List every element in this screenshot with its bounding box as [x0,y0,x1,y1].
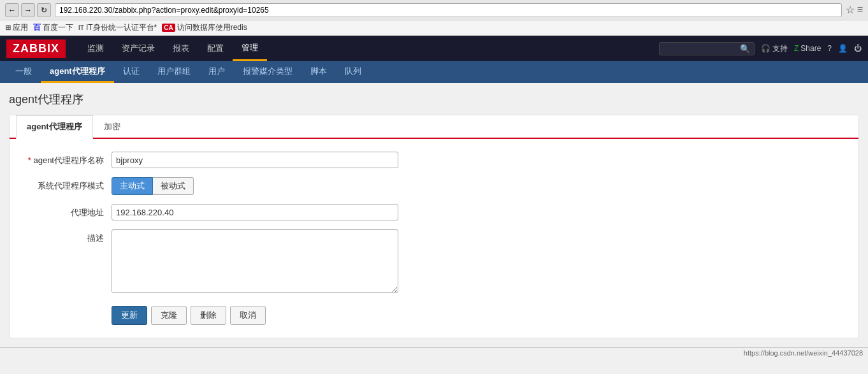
share-label: Share [800,44,821,53]
mode-toggle: 主动式 被动式 [112,177,194,195]
share-icon: Z [794,44,799,53]
support-label: 支持 [772,43,788,54]
bookmark-apps-label: 应用 [13,22,28,33]
name-input[interactable] [112,152,398,168]
apps-icon: ⊞ [5,24,11,32]
nav-assets[interactable]: 资产记录 [113,36,164,61]
search-box[interactable]: 🔍 [659,42,755,55]
nav-config[interactable]: 配置 [198,36,233,61]
page-title: agent代理程序 [9,92,859,107]
browser-actions: ☆ ≡ [846,4,863,16]
nav-admin[interactable]: 管理 [233,36,267,61]
zabbix-header: ZABBIX 监测 资产记录 报表 配置 管理 🔍 🎧 支持 Z Share ?… [0,36,868,61]
clone-button[interactable]: 克隆 [151,306,187,325]
cancel-button[interactable]: 取消 [230,306,266,325]
name-row: agent代理程序名称 [22,152,846,168]
search-input[interactable] [663,44,740,53]
status-text: https://blog.csdn.net/weixin_44437028 [744,349,863,357]
address-label: 代理地址 [22,204,112,219]
it-icon: IT [78,24,84,31]
sub-nav-general[interactable]: 一般 [6,61,41,83]
bookmark-ca[interactable]: CA 访问数据库使用redis [162,22,247,33]
bookmark-baidu-label: 百度一下 [43,22,73,33]
update-button[interactable]: 更新 [112,306,147,325]
support-link[interactable]: 🎧 支持 [761,43,788,54]
sub-nav: 一般 agent代理程序 认证 用户群组 用户 报警媒介类型 脚本 队列 [0,61,868,83]
desc-label: 描述 [22,229,112,244]
baidu-icon: 百 [33,22,41,33]
headset-icon: 🎧 [761,44,770,53]
bookmarks-bar: ⊞ 应用 百 百度一下 IT IT身份统一认证平台* CA 访问数据库使用red… [0,20,868,36]
form-body: agent代理程序名称 系统代理程序模式 主动式 被动式 代理地址 描述 [10,139,858,338]
desc-row: 描述 [22,229,846,293]
mode-label: 系统代理程序模式 [22,177,112,192]
user-icon[interactable]: 👤 [838,44,848,53]
bookmark-it-label: IT身份统一认证平台* [86,22,157,33]
help-button[interactable]: ? [827,44,832,53]
sub-nav-usergroup[interactable]: 用户群组 [148,61,199,83]
address-bar[interactable] [55,3,842,17]
browser-chrome: ← → ↻ ☆ ≡ [0,0,868,20]
address-row: 代理地址 [22,204,846,220]
name-label: agent代理程序名称 [22,152,112,166]
main-nav: 监测 资产记录 报表 配置 管理 [78,36,659,61]
page-content: agent代理程序 agent代理程序 加密 agent代理程序名称 系统代理程… [0,83,868,347]
tab-encrypt[interactable]: 加密 [93,115,131,139]
refresh-button[interactable]: ↻ [37,3,51,17]
nav-monitor[interactable]: 监测 [78,36,113,61]
search-icon: 🔍 [740,44,750,54]
sub-nav-auth[interactable]: 认证 [114,61,148,83]
star-icon[interactable]: ☆ [846,4,855,16]
menu-icon[interactable]: ≡ [857,4,863,16]
sub-nav-scripts[interactable]: 脚本 [301,61,336,83]
status-bar: https://blog.csdn.net/weixin_44437028 [0,347,868,360]
share-link[interactable]: Z Share [794,44,821,53]
ca-icon: CA [162,24,175,32]
sub-nav-media[interactable]: 报警媒介类型 [234,61,301,83]
sub-nav-proxy[interactable]: agent代理程序 [41,61,114,83]
desc-textarea[interactable] [112,229,398,293]
form-card: agent代理程序 加密 agent代理程序名称 系统代理程序模式 主动式 被动… [9,115,859,338]
mode-row: 系统代理程序模式 主动式 被动式 [22,177,846,195]
bookmark-apps[interactable]: ⊞ 应用 [5,22,28,33]
sub-nav-queue[interactable]: 队列 [336,61,370,83]
action-buttons: 更新 克隆 删除 取消 [112,306,846,325]
nav-reports[interactable]: 报表 [164,36,198,61]
forward-button[interactable]: → [21,3,35,17]
back-button[interactable]: ← [5,3,19,17]
mode-active-button[interactable]: 主动式 [112,177,153,195]
bookmark-it[interactable]: IT IT身份统一认证平台* [78,22,157,33]
power-icon[interactable]: ⏻ [854,44,862,53]
bookmark-ca-label: 访问数据库使用redis [177,22,247,33]
delete-button[interactable]: 删除 [191,306,226,325]
nav-buttons: ← → ↻ [5,3,51,17]
header-right: 🔍 🎧 支持 Z Share ? 👤 ⏻ [659,42,862,55]
mode-passive-button[interactable]: 被动式 [153,177,194,195]
zabbix-logo[interactable]: ZABBIX [6,40,66,58]
form-tabs: agent代理程序 加密 [10,115,858,139]
sub-nav-users[interactable]: 用户 [199,61,234,83]
tab-proxy[interactable]: agent代理程序 [16,115,93,139]
address-input[interactable] [112,204,398,220]
bookmark-baidu[interactable]: 百 百度一下 [33,22,73,33]
